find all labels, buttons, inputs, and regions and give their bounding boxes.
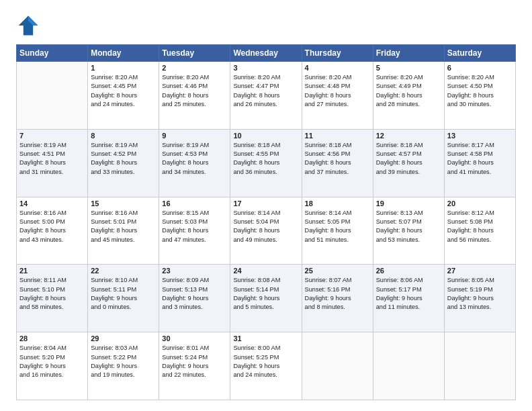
calendar-cell: 17Sunrise: 8:14 AMSunset: 5:04 PMDayligh…	[230, 197, 302, 265]
calendar-cell: 6Sunrise: 8:20 AMSunset: 4:50 PMDaylight…	[444, 62, 515, 130]
day-number: 9	[162, 132, 227, 140]
calendar-table: SundayMondayTuesdayWednesdayThursdayFrid…	[16, 44, 516, 400]
calendar-cell: 26Sunrise: 8:06 AMSunset: 5:17 PMDayligh…	[373, 265, 444, 332]
calendar-cell	[17, 62, 88, 130]
calendar-cell: 29Sunrise: 8:03 AMSunset: 5:22 PMDayligh…	[88, 332, 159, 400]
day-number: 3	[233, 64, 298, 72]
calendar-cell: 7Sunrise: 8:19 AMSunset: 4:51 PMDaylight…	[17, 129, 88, 197]
calendar-cell: 8Sunrise: 8:19 AMSunset: 4:52 PMDaylight…	[88, 129, 159, 197]
calendar-cell: 4Sunrise: 8:20 AMSunset: 4:48 PMDaylight…	[302, 62, 373, 130]
day-info: Sunrise: 8:20 AMSunset: 4:47 PMDaylight:…	[233, 73, 298, 109]
day-info: Sunrise: 8:18 AMSunset: 4:57 PMDaylight:…	[376, 141, 441, 177]
calendar-cell: 14Sunrise: 8:16 AMSunset: 5:00 PMDayligh…	[17, 197, 88, 265]
calendar-cell: 11Sunrise: 8:18 AMSunset: 4:56 PMDayligh…	[302, 129, 373, 197]
day-info: Sunrise: 8:07 AMSunset: 5:16 PMDaylight:…	[305, 276, 370, 312]
calendar-cell: 5Sunrise: 8:20 AMSunset: 4:49 PMDaylight…	[373, 62, 444, 130]
calendar-cell: 9Sunrise: 8:19 AMSunset: 4:53 PMDaylight…	[159, 129, 230, 197]
day-number: 27	[447, 267, 513, 275]
day-number: 23	[162, 267, 227, 275]
calendar-cell	[302, 332, 373, 400]
day-info: Sunrise: 8:14 AMSunset: 5:04 PMDaylight:…	[233, 209, 298, 244]
calendar-week-row: 14Sunrise: 8:16 AMSunset: 5:00 PMDayligh…	[17, 197, 516, 265]
calendar-cell: 1Sunrise: 8:20 AMSunset: 4:45 PMDaylight…	[88, 62, 159, 130]
day-number: 16	[162, 199, 227, 208]
day-number: 20	[447, 199, 513, 208]
day-info: Sunrise: 8:18 AMSunset: 4:55 PMDaylight:…	[233, 141, 298, 177]
day-number: 15	[91, 199, 156, 208]
day-info: Sunrise: 8:06 AMSunset: 5:17 PMDaylight:…	[376, 276, 441, 312]
calendar-header-row: SundayMondayTuesdayWednesdayThursdayFrid…	[17, 45, 516, 62]
weekday-header: Friday	[373, 45, 444, 62]
day-info: Sunrise: 8:12 AMSunset: 5:08 PMDaylight:…	[447, 209, 513, 244]
day-number: 30	[162, 334, 227, 342]
calendar-week-row: 21Sunrise: 8:11 AMSunset: 5:10 PMDayligh…	[17, 265, 516, 332]
day-info: Sunrise: 8:08 AMSunset: 5:14 PMDaylight:…	[233, 276, 298, 312]
day-info: Sunrise: 8:20 AMSunset: 4:46 PMDaylight:…	[162, 73, 227, 109]
day-number: 12	[376, 132, 441, 140]
logo-icon	[16, 13, 40, 38]
calendar-cell: 3Sunrise: 8:20 AMSunset: 4:47 PMDaylight…	[230, 62, 302, 130]
calendar-cell: 30Sunrise: 8:01 AMSunset: 5:24 PMDayligh…	[159, 332, 230, 400]
day-number: 8	[91, 132, 156, 140]
page: SundayMondayTuesdayWednesdayThursdayFrid…	[0, 0, 532, 411]
calendar-cell: 18Sunrise: 8:14 AMSunset: 5:05 PMDayligh…	[302, 197, 373, 265]
day-number: 22	[91, 267, 156, 275]
day-info: Sunrise: 8:10 AMSunset: 5:11 PMDaylight:…	[91, 276, 156, 312]
day-info: Sunrise: 8:19 AMSunset: 4:51 PMDaylight:…	[19, 141, 85, 177]
day-info: Sunrise: 8:05 AMSunset: 5:19 PMDaylight:…	[447, 276, 513, 312]
day-number: 2	[162, 64, 227, 72]
day-number: 17	[233, 199, 298, 208]
day-number: 7	[19, 132, 85, 140]
day-number: 13	[447, 132, 513, 140]
day-number: 29	[91, 334, 156, 342]
calendar-week-row: 1Sunrise: 8:20 AMSunset: 4:45 PMDaylight…	[17, 62, 516, 130]
day-info: Sunrise: 8:20 AMSunset: 4:45 PMDaylight:…	[91, 73, 156, 109]
day-number: 10	[233, 132, 298, 140]
header	[16, 13, 516, 38]
day-number: 28	[19, 334, 85, 342]
day-number: 21	[19, 267, 85, 275]
logo	[16, 13, 43, 38]
calendar-cell: 21Sunrise: 8:11 AMSunset: 5:10 PMDayligh…	[17, 265, 88, 332]
weekday-header: Sunday	[17, 45, 88, 62]
day-info: Sunrise: 8:13 AMSunset: 5:07 PMDaylight:…	[376, 209, 441, 244]
day-info: Sunrise: 8:17 AMSunset: 4:58 PMDaylight:…	[447, 141, 513, 177]
weekday-header: Wednesday	[230, 45, 302, 62]
day-number: 1	[91, 64, 156, 72]
calendar-cell: 10Sunrise: 8:18 AMSunset: 4:55 PMDayligh…	[230, 129, 302, 197]
day-info: Sunrise: 8:04 AMSunset: 5:20 PMDaylight:…	[19, 344, 85, 379]
calendar-cell: 20Sunrise: 8:12 AMSunset: 5:08 PMDayligh…	[444, 197, 515, 265]
day-info: Sunrise: 8:16 AMSunset: 5:01 PMDaylight:…	[91, 209, 156, 244]
day-number: 14	[19, 199, 85, 208]
day-number: 18	[305, 199, 370, 208]
day-info: Sunrise: 8:19 AMSunset: 4:53 PMDaylight:…	[162, 141, 227, 177]
calendar-week-row: 28Sunrise: 8:04 AMSunset: 5:20 PMDayligh…	[17, 332, 516, 400]
calendar-cell: 23Sunrise: 8:09 AMSunset: 5:13 PMDayligh…	[159, 265, 230, 332]
day-info: Sunrise: 8:01 AMSunset: 5:24 PMDaylight:…	[162, 344, 227, 379]
day-info: Sunrise: 8:14 AMSunset: 5:05 PMDaylight:…	[305, 209, 370, 244]
calendar-cell: 24Sunrise: 8:08 AMSunset: 5:14 PMDayligh…	[230, 265, 302, 332]
day-number: 5	[376, 64, 441, 72]
day-info: Sunrise: 8:16 AMSunset: 5:00 PMDaylight:…	[19, 209, 85, 244]
calendar-cell	[444, 332, 515, 400]
day-info: Sunrise: 8:00 AMSunset: 5:25 PMDaylight:…	[233, 344, 298, 379]
day-info: Sunrise: 8:09 AMSunset: 5:13 PMDaylight:…	[162, 276, 227, 312]
calendar-cell: 15Sunrise: 8:16 AMSunset: 5:01 PMDayligh…	[88, 197, 159, 265]
day-number: 4	[305, 64, 370, 72]
day-number: 6	[447, 64, 513, 72]
calendar-cell: 16Sunrise: 8:15 AMSunset: 5:03 PMDayligh…	[159, 197, 230, 265]
day-number: 25	[305, 267, 370, 275]
calendar-cell: 13Sunrise: 8:17 AMSunset: 4:58 PMDayligh…	[444, 129, 515, 197]
day-info: Sunrise: 8:18 AMSunset: 4:56 PMDaylight:…	[305, 141, 370, 177]
day-info: Sunrise: 8:15 AMSunset: 5:03 PMDaylight:…	[162, 209, 227, 244]
day-number: 26	[376, 267, 441, 275]
calendar-cell: 28Sunrise: 8:04 AMSunset: 5:20 PMDayligh…	[17, 332, 88, 400]
calendar-cell: 31Sunrise: 8:00 AMSunset: 5:25 PMDayligh…	[230, 332, 302, 400]
weekday-header: Monday	[88, 45, 159, 62]
calendar-cell: 12Sunrise: 8:18 AMSunset: 4:57 PMDayligh…	[373, 129, 444, 197]
day-number: 19	[376, 199, 441, 208]
calendar-week-row: 7Sunrise: 8:19 AMSunset: 4:51 PMDaylight…	[17, 129, 516, 197]
calendar-cell	[373, 332, 444, 400]
day-info: Sunrise: 8:11 AMSunset: 5:10 PMDaylight:…	[19, 276, 85, 312]
calendar-cell: 25Sunrise: 8:07 AMSunset: 5:16 PMDayligh…	[302, 265, 373, 332]
